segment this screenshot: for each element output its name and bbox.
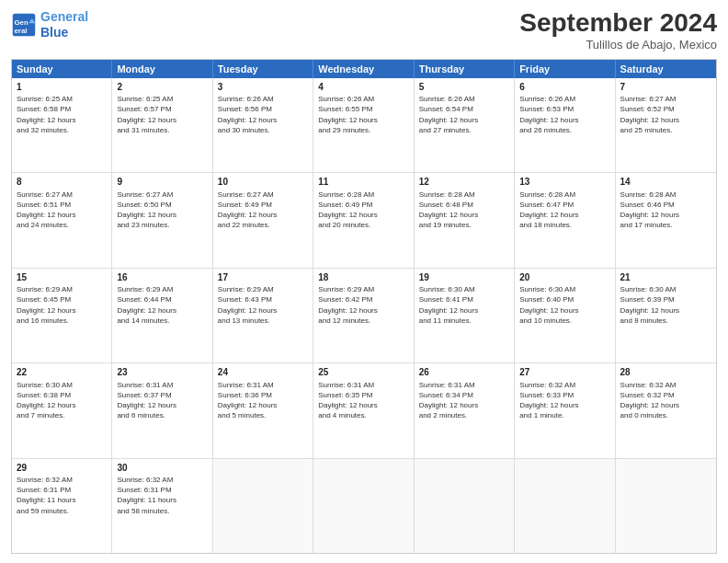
cell-w3-d3: 17Sunrise: 6:29 AMSunset: 6:43 PMDayligh… [213, 269, 313, 362]
day-number: 24 [218, 366, 308, 379]
cell-w1-d1: 1Sunrise: 6:25 AMSunset: 6:58 PMDaylight… [12, 78, 112, 172]
cell-info: Sunrise: 6:27 AMSunset: 6:50 PMDaylight:… [117, 190, 207, 231]
day-number: 16 [117, 271, 207, 284]
calendar-body: 1Sunrise: 6:25 AMSunset: 6:58 PMDaylight… [12, 78, 716, 553]
cell-info: Sunrise: 6:29 AMSunset: 6:45 PMDaylight:… [17, 284, 107, 326]
day-number: 23 [117, 366, 207, 379]
day-number: 18 [318, 271, 408, 284]
cell-info: Sunrise: 6:25 AMSunset: 6:57 PMDaylight:… [117, 94, 207, 135]
week-row-1: 1Sunrise: 6:25 AMSunset: 6:58 PMDaylight… [12, 78, 716, 173]
day-number: 7 [620, 81, 711, 94]
svg-text:Gen: Gen [15, 18, 28, 27]
cell-w1-d6: 6Sunrise: 6:26 AMSunset: 6:53 PMDaylight… [515, 78, 615, 172]
cell-w1-d7: 7Sunrise: 6:27 AMSunset: 6:52 PMDaylight… [616, 78, 716, 172]
cell-w5-d6 [515, 459, 615, 553]
cell-w5-d7 [616, 459, 716, 553]
logo-text: General Blue [40, 9, 88, 40]
day-number: 11 [318, 176, 408, 189]
cell-w2-d6: 13Sunrise: 6:28 AMSunset: 6:47 PMDayligh… [515, 173, 615, 267]
svg-text:eral: eral [15, 27, 28, 35]
cell-info: Sunrise: 6:29 AMSunset: 6:43 PMDaylight:… [218, 284, 308, 326]
cell-info: Sunrise: 6:32 AMSunset: 6:31 PMDaylight:… [117, 475, 207, 516]
cell-info: Sunrise: 6:29 AMSunset: 6:42 PMDaylight:… [318, 284, 408, 326]
day-number: 3 [218, 81, 308, 94]
logo-line2: Blue [40, 25, 68, 40]
week-row-4: 22Sunrise: 6:30 AMSunset: 6:38 PMDayligh… [12, 363, 716, 458]
header-saturday: Saturday [616, 60, 716, 78]
cell-w2-d5: 12Sunrise: 6:28 AMSunset: 6:48 PMDayligh… [415, 173, 515, 267]
day-number: 19 [419, 271, 509, 284]
day-number: 6 [519, 81, 609, 94]
header-wednesday: Wednesday [313, 60, 414, 78]
cell-info: Sunrise: 6:32 AMSunset: 6:31 PMDaylight:… [17, 475, 107, 516]
logo: Gen eral General Blue [11, 9, 88, 40]
day-number: 15 [17, 271, 107, 284]
cell-info: Sunrise: 6:30 AMSunset: 6:41 PMDaylight:… [419, 284, 509, 326]
week-row-2: 8Sunrise: 6:27 AMSunset: 6:51 PMDaylight… [12, 173, 716, 268]
cell-info: Sunrise: 6:27 AMSunset: 6:52 PMDaylight:… [620, 94, 711, 135]
cell-w4-d7: 28Sunrise: 6:32 AMSunset: 6:32 PMDayligh… [616, 363, 716, 457]
day-number: 26 [419, 366, 509, 379]
cell-w5-d5 [415, 459, 515, 553]
cell-w3-d6: 20Sunrise: 6:30 AMSunset: 6:40 PMDayligh… [515, 269, 615, 362]
cell-info: Sunrise: 6:31 AMSunset: 6:34 PMDaylight:… [419, 380, 509, 421]
cell-info: Sunrise: 6:31 AMSunset: 6:36 PMDaylight:… [218, 380, 308, 421]
header-tuesday: Tuesday [213, 60, 313, 78]
cell-w3-d4: 18Sunrise: 6:29 AMSunset: 6:42 PMDayligh… [313, 269, 414, 362]
cell-info: Sunrise: 6:30 AMSunset: 6:39 PMDaylight:… [620, 284, 711, 326]
cell-w4-d6: 27Sunrise: 6:32 AMSunset: 6:33 PMDayligh… [515, 363, 615, 457]
header: Gen eral General Blue September 2024 Tul… [11, 9, 717, 52]
cell-info: Sunrise: 6:27 AMSunset: 6:51 PMDaylight:… [17, 190, 107, 231]
cell-info: Sunrise: 6:31 AMSunset: 6:37 PMDaylight:… [117, 380, 207, 421]
cell-w4-d5: 26Sunrise: 6:31 AMSunset: 6:34 PMDayligh… [415, 363, 515, 457]
cell-info: Sunrise: 6:32 AMSunset: 6:32 PMDaylight:… [620, 380, 711, 421]
cell-w3-d7: 21Sunrise: 6:30 AMSunset: 6:39 PMDayligh… [616, 269, 716, 362]
day-number: 12 [419, 176, 509, 189]
cell-w1-d4: 4Sunrise: 6:26 AMSunset: 6:55 PMDaylight… [313, 78, 414, 172]
logo-icon: Gen eral [11, 12, 37, 38]
cell-info: Sunrise: 6:26 AMSunset: 6:55 PMDaylight:… [318, 94, 408, 135]
day-number: 13 [519, 176, 609, 189]
cell-w5-d2: 30Sunrise: 6:32 AMSunset: 6:31 PMDayligh… [112, 459, 212, 553]
cell-info: Sunrise: 6:30 AMSunset: 6:40 PMDaylight:… [519, 284, 609, 326]
month-title: September 2024 [519, 9, 717, 38]
cell-w2-d1: 8Sunrise: 6:27 AMSunset: 6:51 PMDaylight… [12, 173, 112, 267]
cell-info: Sunrise: 6:26 AMSunset: 6:53 PMDaylight:… [519, 94, 609, 135]
cell-w2-d7: 14Sunrise: 6:28 AMSunset: 6:46 PMDayligh… [616, 173, 716, 267]
cell-info: Sunrise: 6:28 AMSunset: 6:46 PMDaylight:… [620, 190, 711, 231]
week-row-5: 29Sunrise: 6:32 AMSunset: 6:31 PMDayligh… [12, 459, 716, 553]
cell-w1-d2: 2Sunrise: 6:25 AMSunset: 6:57 PMDaylight… [112, 78, 212, 172]
cell-w2-d4: 11Sunrise: 6:28 AMSunset: 6:49 PMDayligh… [313, 173, 414, 267]
cell-info: Sunrise: 6:31 AMSunset: 6:35 PMDaylight:… [318, 380, 408, 421]
cell-w2-d3: 10Sunrise: 6:27 AMSunset: 6:49 PMDayligh… [213, 173, 313, 267]
day-number: 22 [17, 366, 107, 379]
page: Gen eral General Blue September 2024 Tul… [0, 0, 728, 563]
cell-w4-d4: 25Sunrise: 6:31 AMSunset: 6:35 PMDayligh… [313, 363, 414, 457]
header-thursday: Thursday [415, 60, 515, 78]
cell-info: Sunrise: 6:30 AMSunset: 6:38 PMDaylight:… [17, 380, 107, 421]
cell-w3-d5: 19Sunrise: 6:30 AMSunset: 6:41 PMDayligh… [415, 269, 515, 362]
day-number: 10 [218, 176, 308, 189]
calendar: Sunday Monday Tuesday Wednesday Thursday… [11, 59, 717, 554]
day-number: 25 [318, 366, 408, 379]
cell-w4-d3: 24Sunrise: 6:31 AMSunset: 6:36 PMDayligh… [213, 363, 313, 457]
day-number: 17 [218, 271, 308, 284]
header-friday: Friday [515, 60, 615, 78]
cell-info: Sunrise: 6:29 AMSunset: 6:44 PMDaylight:… [117, 284, 207, 326]
cell-info: Sunrise: 6:26 AMSunset: 6:56 PMDaylight:… [218, 94, 308, 135]
cell-w5-d3 [213, 459, 313, 553]
cell-info: Sunrise: 6:28 AMSunset: 6:49 PMDaylight:… [318, 190, 408, 231]
cell-info: Sunrise: 6:28 AMSunset: 6:47 PMDaylight:… [519, 190, 609, 231]
header-sunday: Sunday [12, 60, 112, 78]
day-number: 20 [519, 271, 609, 284]
week-row-3: 15Sunrise: 6:29 AMSunset: 6:45 PMDayligh… [12, 269, 716, 363]
cell-w1-d5: 5Sunrise: 6:26 AMSunset: 6:54 PMDaylight… [415, 78, 515, 172]
cell-w2-d2: 9Sunrise: 6:27 AMSunset: 6:50 PMDaylight… [112, 173, 212, 267]
header-monday: Monday [112, 60, 212, 78]
cell-info: Sunrise: 6:28 AMSunset: 6:48 PMDaylight:… [419, 190, 509, 231]
cell-w3-d1: 15Sunrise: 6:29 AMSunset: 6:45 PMDayligh… [12, 269, 112, 362]
cell-w4-d2: 23Sunrise: 6:31 AMSunset: 6:37 PMDayligh… [112, 363, 212, 457]
cell-w5-d4 [313, 459, 414, 553]
day-number: 27 [519, 366, 609, 379]
cell-info: Sunrise: 6:32 AMSunset: 6:33 PMDaylight:… [519, 380, 609, 421]
